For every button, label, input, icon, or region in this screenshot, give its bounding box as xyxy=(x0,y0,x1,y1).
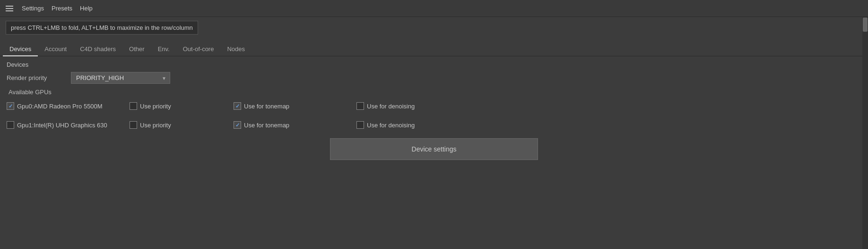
available-gpus-label: Available GPUs xyxy=(9,89,861,96)
gpu1-enable-checkbox[interactable] xyxy=(7,121,14,129)
gpu0-use-priority-item: Use priority xyxy=(130,102,234,110)
tooltip-text: press CTRL+LMB to fold, ALT+LMB to maxim… xyxy=(6,21,198,35)
gpu0-name: Gpu0:AMD Radeon Pro 5500M xyxy=(17,103,103,110)
scrollbar-thumb[interactable] xyxy=(863,18,868,32)
gpu1-use-denoising-item: Use for denoising xyxy=(356,121,460,129)
gpu0-row: Gpu0:AMD Radeon Pro 5500M Use priority U… xyxy=(7,100,861,112)
devices-panel: Devices Render priority PRIORITY_LOW PRI… xyxy=(0,56,868,172)
gpu1-name: Gpu1:Intel(R) UHD Graphics 630 xyxy=(17,122,107,129)
devices-section-label: Devices xyxy=(7,61,861,68)
hamburger-menu-icon[interactable] xyxy=(5,5,14,12)
gpu1-use-priority-label: Use priority xyxy=(140,122,171,129)
main-container: press CTRL+LMB to fold, ALT+LMB to maxim… xyxy=(0,17,868,249)
tab-other[interactable]: Other xyxy=(122,43,151,56)
gpu0-enable-item: Gpu0:AMD Radeon Pro 5500M xyxy=(7,102,130,110)
gpu1-enable-item: Gpu1:Intel(R) UHD Graphics 630 xyxy=(7,121,130,129)
top-bar: press CTRL+LMB to fold, ALT+LMB to maxim… xyxy=(0,17,868,38)
gpu1-row: Gpu1:Intel(R) UHD Graphics 630 Use prior… xyxy=(7,119,861,131)
tab-nodes[interactable]: Nodes xyxy=(220,43,252,56)
tab-account[interactable]: Account xyxy=(38,43,73,56)
gpu1-use-tonemap-item: Use for tonemap xyxy=(234,121,356,129)
gpu0-use-tonemap-checkbox[interactable] xyxy=(234,102,241,110)
gpu0-use-priority-checkbox[interactable] xyxy=(130,102,137,110)
device-settings-button[interactable]: Device settings xyxy=(330,138,538,160)
menu-settings[interactable]: Settings xyxy=(22,5,44,12)
menu-help[interactable]: Help xyxy=(80,5,93,12)
gpu1-use-priority-item: Use priority xyxy=(130,121,234,129)
gpu0-use-denoising-item: Use for denoising xyxy=(356,102,460,110)
gpu1-use-denoising-label: Use for denoising xyxy=(367,122,415,129)
render-priority-select[interactable]: PRIORITY_LOW PRIORITY_NORMAL PRIORITY_HI… xyxy=(71,72,170,84)
gpu0-use-denoising-label: Use for denoising xyxy=(367,103,415,110)
tab-c4d-shaders[interactable]: C4D shaders xyxy=(73,43,122,56)
render-priority-row: Render priority PRIORITY_LOW PRIORITY_NO… xyxy=(7,72,861,84)
gpu0-use-tonemap-item: Use for tonemap xyxy=(234,102,356,110)
render-priority-label: Render priority xyxy=(7,74,63,81)
gpu1-use-tonemap-checkbox[interactable] xyxy=(234,121,241,129)
tab-devices[interactable]: Devices xyxy=(3,43,38,56)
gpu1-use-tonemap-label: Use for tonemap xyxy=(244,122,289,129)
menu-presets[interactable]: Presets xyxy=(52,5,72,12)
gpu1-use-priority-checkbox[interactable] xyxy=(130,121,137,129)
tab-env[interactable]: Env. xyxy=(151,43,176,56)
gpu0-use-tonemap-label: Use for tonemap xyxy=(244,103,289,110)
gpu0-use-denoising-checkbox[interactable] xyxy=(356,102,364,110)
menu-bar: Settings Presets Help xyxy=(0,0,868,17)
gpu0-use-priority-label: Use priority xyxy=(140,103,171,110)
tabs-container: Devices Account C4D shaders Other Env. O… xyxy=(0,38,868,56)
render-priority-select-wrapper: PRIORITY_LOW PRIORITY_NORMAL PRIORITY_HI… xyxy=(71,72,170,84)
gpu1-use-denoising-checkbox[interactable] xyxy=(356,121,364,129)
tab-out-of-core[interactable]: Out-of-core xyxy=(176,43,221,56)
scrollbar[interactable] xyxy=(862,17,868,249)
content-area: press CTRL+LMB to fold, ALT+LMB to maxim… xyxy=(0,17,868,249)
gpu0-enable-checkbox[interactable] xyxy=(7,102,14,110)
